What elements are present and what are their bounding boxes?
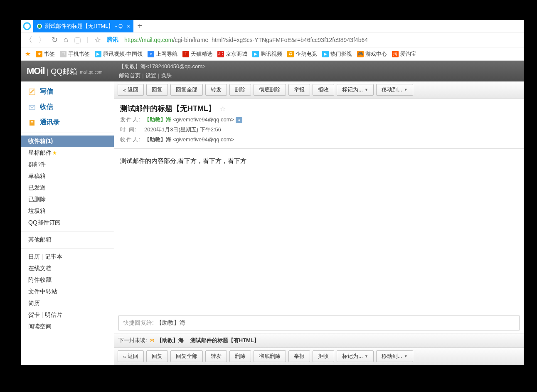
folder-label: QQ邮件订阅	[28, 219, 61, 226]
to-name[interactable]: 【助教】海	[144, 136, 171, 143]
report-button[interactable]: 举报	[288, 350, 310, 362]
bookmark-label: 天猫精选	[191, 50, 212, 58]
reject-button[interactable]: 拒收	[313, 84, 334, 96]
tab-close-icon[interactable]: ×	[127, 23, 130, 30]
sidebar-folder[interactable]: 已删除	[21, 194, 114, 205]
sidebar-folder[interactable]: QQ邮件订阅	[21, 217, 114, 229]
sidebar-link[interactable]: 阅读空间	[21, 321, 114, 333]
button-label: 回复全部	[176, 353, 197, 360]
forward-button[interactable]: 转发	[205, 350, 227, 362]
bookmark-item[interactable]: ▶腾讯视频	[252, 50, 282, 58]
sidebar-link[interactable]: 在线文档	[21, 263, 114, 274]
sidebar-link[interactable]: 记事本	[45, 253, 62, 260]
contact-card-icon[interactable]: ♦	[236, 117, 242, 123]
next-unread-bar[interactable]: 下一封未读: ✉ 【助教】海 测试邮件的标题【有HTML】	[114, 333, 524, 348]
sidebar-link[interactable]: 简历	[21, 298, 114, 309]
button-label: 返回	[128, 86, 138, 94]
new-tab-button[interactable]: +	[133, 20, 146, 32]
delete-button[interactable]: 删除	[229, 84, 251, 96]
bookmark-item[interactable]: T天猫精选	[182, 50, 212, 58]
button-label: 标记为...	[342, 86, 363, 94]
delete-button[interactable]: 删除	[229, 350, 251, 362]
chevron-down-icon: ▼	[404, 88, 408, 92]
mark-as-button[interactable]: 标记为...▼	[337, 84, 374, 96]
tab-bar: 测试邮件的标题【无HTML】 - Q × +	[21, 20, 524, 32]
sidebar-action-contacts[interactable]: 通讯录	[21, 115, 114, 130]
sidebar-other-mailbox[interactable]: 其他邮箱	[21, 234, 114, 246]
reply-button[interactable]: 回复	[146, 84, 168, 96]
move-to-button[interactable]: 移动到...▼	[376, 84, 413, 96]
sidebar-folder[interactable]: 星标邮件★	[21, 147, 114, 159]
forward-button[interactable]: 转发	[205, 84, 227, 96]
star-icon[interactable]: ☆	[94, 35, 101, 44]
mail-header: MOil | QQ邮箱 mail.qq.com 【助教】海<1782400450…	[21, 61, 524, 81]
back-button[interactable]: 〈	[25, 35, 32, 45]
header-link[interactable]: 设置	[145, 72, 156, 79]
bookmark-item[interactable]: ▶腾讯视频-中国领	[95, 50, 143, 58]
report-button[interactable]: 举报	[288, 84, 310, 96]
button-label: 转发	[211, 353, 222, 360]
reject-button[interactable]: 拒收	[313, 350, 334, 362]
folder-label: 星标邮件	[28, 149, 52, 156]
folder-label: 已发送	[28, 184, 46, 191]
browser-tab-active[interactable]: 测试邮件的标题【无HTML】 - Q ×	[33, 20, 133, 32]
sidebar-link[interactable]: 贺卡	[28, 311, 40, 318]
logo-sub: QQ邮箱	[51, 67, 77, 76]
bookmark-item[interactable]: JD京东商城	[217, 50, 247, 58]
reader-icon[interactable]: ▢	[74, 35, 81, 44]
reload-button[interactable]: ↻	[52, 35, 58, 44]
delete-forever-button[interactable]: 彻底删除	[254, 84, 286, 96]
button-label: 举报	[294, 353, 305, 360]
sidebar-action-inbox[interactable]: 收信	[21, 99, 114, 115]
move-to-button[interactable]: 移动到...▼	[376, 350, 413, 362]
sidebar-folder[interactable]: 收件箱(1)	[21, 136, 114, 147]
sidebar-action-label: 写信	[40, 87, 53, 96]
bookmark-item[interactable]: e上网导航	[148, 50, 177, 58]
quick-reply-name: 【助教】海	[156, 319, 185, 327]
bookmark-label: 腾讯视频-中国领	[103, 50, 143, 58]
back-button[interactable]: 返回	[118, 84, 144, 96]
bookmark-label: 热门影视	[330, 50, 352, 58]
sidebar-link[interactable]: 明信片	[45, 311, 62, 318]
header-link[interactable]: 换肤	[161, 72, 172, 79]
envelope-icon: ✉	[150, 338, 154, 344]
sidebar-link[interactable]: 文件中转站	[21, 286, 114, 298]
url-display[interactable]: https://mail.qq.com/cgi-bin/frame_html?s…	[124, 37, 368, 43]
delete-forever-button[interactable]: 彻底删除	[254, 350, 286, 362]
back-button[interactable]: 返回	[118, 350, 144, 362]
bookmark-item[interactable]: ★书签	[36, 50, 55, 58]
quick-reply[interactable]: 快捷回复给: 【助教】海	[118, 316, 520, 330]
bookmarks-bar: ★★书签☐手机书签▶腾讯视频-中国领e上网导航T天猫精选JD京东商城▶腾讯视频✪…	[21, 47, 524, 61]
bookmark-icon: 淘	[392, 51, 399, 57]
bookmark-icon: ★	[36, 51, 42, 57]
next-unread-label: 下一封未读:	[118, 337, 147, 344]
home-button[interactable]: ⌂	[64, 35, 68, 44]
bookmark-item[interactable]: 🎮游戏中心	[357, 50, 387, 58]
forward-button[interactable]: 〉	[38, 35, 46, 45]
sidebar-link[interactable]: 日历	[28, 253, 40, 260]
bookmark-item[interactable]: ▶热门影视	[322, 50, 352, 58]
sidebar-link[interactable]: 附件收藏	[21, 274, 114, 286]
reply-all-button[interactable]: 回复全部	[170, 84, 203, 96]
bookmark-icon: ✪	[287, 51, 294, 57]
sidebar-action-label: 通讯录	[40, 118, 60, 127]
user-label: 【助教】海<1782400450@qq.com>	[119, 63, 205, 70]
sidebar-folder[interactable]: 垃圾箱	[21, 205, 114, 217]
sidebar-folder[interactable]: 已发送	[21, 182, 114, 194]
bookmark-item[interactable]: 淘爱淘宝	[392, 50, 416, 58]
reply-button[interactable]: 回复	[146, 350, 168, 362]
sidebar-tools-row1: 日历|记事本	[21, 251, 114, 263]
sidebar-folder[interactable]: 草稿箱	[21, 170, 114, 182]
sidebar-folder[interactable]: 群邮件	[21, 159, 114, 170]
button-label: 拒收	[318, 353, 329, 360]
header-link[interactable]: 邮箱首页	[119, 72, 140, 79]
from-name[interactable]: 【助教】海	[144, 116, 171, 123]
bookmark-item[interactable]: ☐手机书签	[60, 50, 90, 58]
bookmark-item[interactable]: ✪企鹅电竞	[287, 50, 317, 58]
reply-all-button[interactable]: 回复全部	[170, 350, 203, 362]
sidebar-action-compose[interactable]: 写信	[21, 84, 114, 99]
date-value: 2020年1月3日(星期五) 下午2:56	[144, 126, 221, 133]
star-toggle-icon[interactable]: ☆	[220, 105, 226, 112]
to-addr: <givemefive94@qq.com>	[173, 136, 234, 143]
mark-as-button[interactable]: 标记为...▼	[337, 350, 374, 362]
